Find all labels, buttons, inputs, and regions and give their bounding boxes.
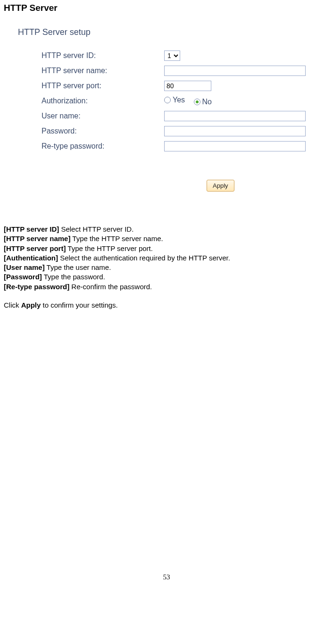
retype-password-input[interactable]: [164, 141, 306, 151]
label-password: Password:: [42, 127, 164, 135]
radio-icon: [194, 99, 200, 105]
description-text: Type the HTTP server name.: [70, 234, 163, 243]
description-label: [HTTP server name]: [4, 234, 70, 243]
setup-heading: HTTP Server setup: [18, 27, 329, 37]
label-server-id: HTTP server ID:: [42, 51, 164, 60]
description-text: Type the HTTP server port.: [66, 244, 153, 252]
page-number: 53: [4, 573, 329, 591]
authorization-yes-label: Yes: [173, 96, 185, 104]
closing-prefix: Click: [4, 301, 21, 309]
description-line: [User name] Type the user name.: [4, 263, 329, 272]
page-title: HTTP Server: [4, 3, 329, 13]
label-server-port: HTTP server port:: [42, 82, 164, 90]
apply-button[interactable]: Apply: [207, 180, 234, 192]
description-line: [Password] Type the password.: [4, 272, 329, 282]
description-text: Type the password.: [42, 273, 105, 281]
description-label: [Authentication]: [4, 254, 58, 262]
label-server-name: HTTP server name:: [42, 67, 164, 75]
label-user-name: User name:: [42, 112, 164, 120]
description-text: Select the authentication required by th…: [58, 254, 230, 262]
description-label: [User name]: [4, 263, 45, 271]
label-authorization: Authorization:: [42, 97, 164, 105]
password-input[interactable]: [164, 126, 306, 136]
radio-icon: [164, 97, 171, 103]
authorization-no-label: No: [202, 98, 212, 106]
description-text: Select HTTP server ID.: [59, 225, 133, 233]
form-grid: HTTP server ID: 1 HTTP server name: HTTP…: [42, 50, 329, 151]
description-label: [Re-type password]: [4, 283, 69, 291]
description-line: [Authentication] Select the authenticati…: [4, 253, 329, 263]
description-label: [HTTP server port]: [4, 244, 66, 252]
user-name-input[interactable]: [164, 111, 306, 121]
description-line: [Re-type password] Re-confirm the passwo…: [4, 282, 329, 292]
label-retype-password: Re-type password:: [42, 142, 164, 151]
server-id-select[interactable]: 1: [164, 50, 180, 61]
closing-suffix: to confirm your settings.: [41, 301, 117, 309]
closing-instruction: Click Apply to confirm your settings.: [4, 301, 329, 309]
server-port-input[interactable]: [164, 81, 211, 91]
http-server-setup-screenshot: HTTP Server setup HTTP server ID: 1 HTTP…: [18, 27, 329, 192]
closing-bold: Apply: [21, 301, 41, 309]
authorization-yes-radio[interactable]: Yes: [164, 96, 185, 104]
description-label: [HTTP server ID]: [4, 225, 59, 233]
authorization-no-radio[interactable]: No: [194, 98, 212, 106]
server-name-input[interactable]: [164, 66, 306, 76]
description-text: Type the user name.: [45, 263, 111, 271]
description-label: [Password]: [4, 273, 42, 281]
description-line: [HTTP server port] Type the HTTP server …: [4, 244, 329, 253]
description-line: [HTTP server ID] Select HTTP server ID.: [4, 225, 329, 234]
description-line: [HTTP server name] Type the HTTP server …: [4, 234, 329, 243]
description-text: Re-confirm the password.: [69, 283, 152, 291]
radio-selected-icon: [196, 100, 199, 103]
field-descriptions: [HTTP server ID] Select HTTP server ID.[…: [4, 225, 329, 292]
